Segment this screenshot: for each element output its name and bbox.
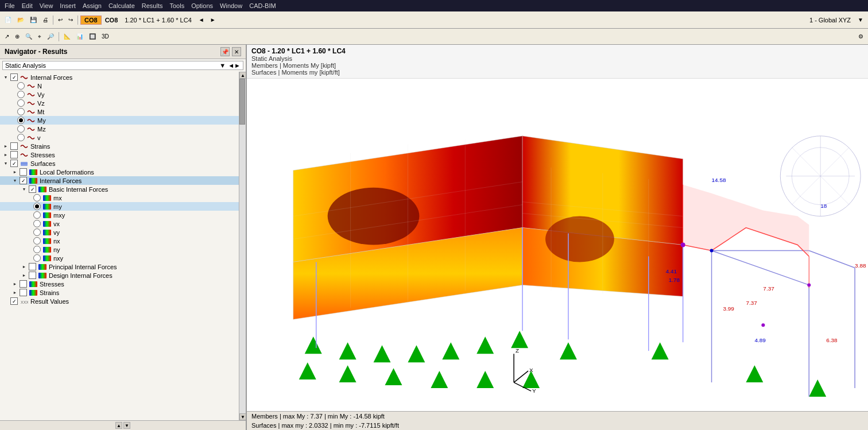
menu-insert[interactable]: Insert (60, 2, 76, 9)
expand-design-internal-forces[interactable] (21, 272, 28, 279)
expand-basic-internal-forces[interactable] (21, 186, 28, 193)
tree-item-basic-internal-forces[interactable]: Basic Internal Forces (0, 185, 239, 193)
tree-item-my[interactable]: my (0, 202, 239, 211)
radio-Mz[interactable] (17, 125, 25, 133)
tree-item-Mz[interactable]: Mz (0, 125, 239, 133)
tree-item-v[interactable]: v (0, 133, 239, 142)
tree-item-N[interactable]: N (0, 82, 239, 90)
tb2-view-3d[interactable]: 3D (99, 32, 111, 41)
radio-Mt[interactable] (17, 108, 25, 115)
tree-item-surfaces-stresses[interactable]: Stresses (0, 280, 239, 288)
toolbar-print[interactable]: 🖨 (40, 16, 51, 24)
radio-ny[interactable] (33, 246, 41, 253)
tree-item-vx[interactable]: vx (0, 219, 239, 228)
tb2-btn3[interactable]: 🔍 (23, 32, 34, 41)
toolbar-next-case[interactable]: ► (208, 16, 218, 24)
tree-item-members-internal-forces[interactable]: Internal Forces (0, 73, 239, 82)
checkbox-design-internal-forces[interactable] (29, 272, 36, 279)
expand-surfaces-internal-forces[interactable] (11, 177, 18, 184)
nav-float-btn[interactable]: 📌 (220, 47, 230, 56)
tree-item-nxy[interactable]: nxy (0, 254, 239, 262)
scrollbar-up-arrow[interactable]: ▲ (239, 72, 246, 79)
tb2-settings[interactable]: ⚙ (856, 32, 866, 41)
tb2-btn6[interactable]: 📐 (61, 32, 73, 41)
checkbox-surfaces-strains[interactable] (20, 289, 27, 296)
expand-surfaces-strains[interactable] (11, 289, 18, 296)
toolbar-undo[interactable]: ↩ (56, 16, 65, 24)
radio-mx[interactable] (33, 194, 41, 202)
checkbox-members-stresses[interactable] (10, 151, 18, 158)
radio-Vz[interactable] (17, 99, 25, 107)
radio-Vy[interactable] (17, 91, 25, 98)
expand-members-strains[interactable] (2, 143, 9, 150)
expand-members-internal-forces[interactable] (2, 74, 9, 81)
tree-item-surfaces-internal-forces[interactable]: Internal Forces (0, 176, 239, 185)
tree-item-result-values[interactable]: XXX Result Values (0, 297, 239, 305)
scrollbar-track[interactable] (239, 79, 246, 413)
tb2-btn2[interactable]: ⊕ (13, 32, 22, 41)
tree-item-surfaces-strains[interactable]: Strains (0, 288, 239, 297)
tree-item-nx[interactable]: nx (0, 237, 239, 245)
menu-file[interactable]: File (5, 2, 15, 9)
menu-view[interactable]: View (40, 2, 53, 9)
tb2-btn5[interactable]: 🔎 (45, 32, 56, 41)
radio-nx[interactable] (33, 237, 41, 245)
menu-window[interactable]: Window (220, 2, 242, 9)
tree-item-members-stresses[interactable]: Stresses (0, 150, 239, 159)
toolbar-coord-dropdown[interactable]: ▼ (855, 16, 866, 24)
tb2-btn7[interactable]: 📊 (74, 32, 86, 41)
toolbar-open[interactable]: 📂 (15, 16, 26, 24)
menu-tools[interactable]: Tools (169, 2, 184, 9)
nav-close-btn[interactable]: ✕ (232, 47, 241, 56)
nav-next-arrow[interactable]: ► (234, 62, 241, 69)
expand-surfaces[interactable] (2, 160, 9, 167)
tree-item-vy-surface[interactable]: vy (0, 228, 239, 237)
scrollbar-down-arrow[interactable]: ▼ (239, 413, 246, 420)
menu-results[interactable]: Results (142, 2, 163, 9)
radio-nxy[interactable] (33, 254, 41, 262)
combo-number[interactable]: CO8 (80, 16, 102, 25)
tb2-btn1[interactable]: ↗ (2, 32, 11, 41)
radio-vy-surface[interactable] (33, 228, 41, 236)
menu-cad-bim[interactable]: CAD-BIM (249, 2, 276, 9)
toolbar-prev-case[interactable]: ◄ (196, 16, 207, 24)
radio-mxy[interactable] (33, 211, 41, 219)
checkbox-principal-internal-forces[interactable] (29, 263, 36, 270)
checkbox-surfaces[interactable] (10, 160, 18, 167)
checkbox-members-strains[interactable] (10, 142, 18, 150)
tree-item-My[interactable]: My (0, 116, 239, 125)
tree-item-mx[interactable]: mx (0, 193, 239, 202)
expand-members-stresses[interactable] (2, 152, 9, 158)
tree-item-principal-internal-forces[interactable]: Principal Internal Forces (0, 262, 239, 271)
checkbox-surfaces-stresses[interactable] (20, 280, 27, 288)
menu-edit[interactable]: Edit (22, 2, 33, 9)
checkbox-local-deformations[interactable] (20, 168, 27, 176)
radio-My[interactable] (17, 117, 25, 124)
radio-N[interactable] (17, 82, 25, 90)
expand-principal-internal-forces[interactable] (21, 264, 28, 270)
nav-expand-up-btn[interactable]: ▲ (115, 422, 122, 429)
tb2-btn4[interactable]: ⌖ (36, 32, 44, 41)
scrollbar-thumb[interactable] (239, 79, 245, 125)
radio-vx[interactable] (33, 220, 41, 227)
toolbar-new[interactable]: 📄 (2, 16, 14, 24)
radio-my[interactable] (33, 203, 41, 210)
nav-expand-down-btn[interactable]: ▼ (123, 422, 130, 429)
tree-item-local-deformations[interactable]: Local Deformations (0, 168, 239, 176)
checkbox-basic-internal-forces[interactable] (29, 185, 36, 193)
checkbox-result-values[interactable] (10, 297, 18, 305)
tree-item-design-internal-forces[interactable]: Design Internal Forces (0, 271, 239, 280)
tree-item-Vz[interactable]: Vz (0, 99, 239, 107)
expand-local-deformations[interactable] (11, 169, 18, 176)
expand-surfaces-stresses[interactable] (11, 281, 18, 288)
viewport[interactable]: 14.58 18 3.99 3.88 -4.89 4.41 1.78 7.37 … (247, 79, 868, 411)
tree-item-members-strains[interactable]: Strains (0, 142, 239, 150)
nav-prev-arrow[interactable]: ◄ (228, 62, 234, 69)
tree-item-mxy[interactable]: mxy (0, 211, 239, 219)
tree-item-Mt[interactable]: Mt (0, 107, 239, 116)
menu-assign[interactable]: Assign (83, 2, 102, 9)
toolbar-redo[interactable]: ↪ (66, 16, 75, 24)
radio-v[interactable] (17, 134, 25, 141)
checkbox-members-internal-forces[interactable] (10, 73, 18, 81)
tree-item-Vy[interactable]: Vy (0, 90, 239, 99)
